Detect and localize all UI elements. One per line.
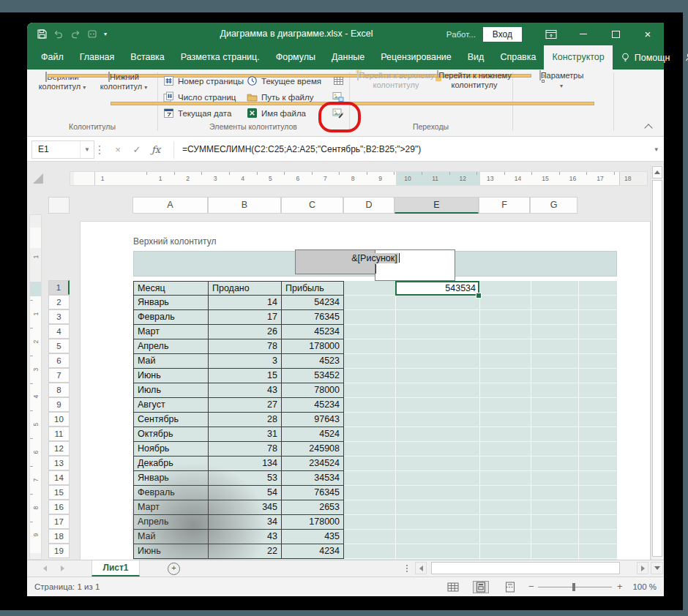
- redo-icon[interactable]: [70, 29, 81, 39]
- row-header-17[interactable]: 17: [48, 514, 70, 529]
- fill-handle[interactable]: [476, 293, 482, 298]
- table-cell[interactable]: 435: [282, 530, 344, 544]
- share-button[interactable]: Поделиться: [677, 45, 688, 70]
- select-all-corner[interactable]: [48, 197, 70, 214]
- next-sheet-button[interactable]: [61, 566, 64, 571]
- table-cell[interactable]: Февраль: [133, 486, 209, 500]
- table-cell[interactable]: Март: [133, 500, 209, 515]
- table-cell[interactable]: 2653: [282, 500, 344, 515]
- ribbon-display-options-button[interactable]: [535, 23, 567, 45]
- row-header-3[interactable]: 3: [48, 309, 70, 324]
- table-cell[interactable]: Март: [133, 325, 209, 339]
- row-header-8[interactable]: 8: [48, 383, 70, 397]
- table-cell[interactable]: 43: [209, 530, 282, 544]
- table-cell[interactable]: 53452: [282, 369, 344, 383]
- column-header-C[interactable]: C: [281, 197, 343, 214]
- table-cell[interactable]: Май: [133, 354, 209, 369]
- table-cell[interactable]: Февраль: [133, 310, 209, 325]
- cancel-icon[interactable]: ×: [109, 138, 127, 162]
- hscroll-drag-dots[interactable]: [406, 565, 408, 566]
- element-button-current-time[interactable]: Текущее время: [247, 74, 321, 88]
- table-cell[interactable]: 78: [209, 339, 282, 354]
- tab-Формулы[interactable]: Формулы: [268, 45, 324, 70]
- page-layout-view-button[interactable]: [473, 581, 489, 593]
- options-button[interactable]: Параметры ▾: [531, 71, 592, 122]
- element-button-file-name[interactable]: Имя файла: [247, 106, 321, 120]
- tab-Разметка страниц.[interactable]: Разметка страниц.: [173, 45, 268, 70]
- scroll-up-button[interactable]: [652, 166, 662, 179]
- formula-input[interactable]: =СУММЕСЛИМН(C2:C25;A2:A25;"Сентябрь";B2:…: [182, 138, 421, 162]
- table-header-cell[interactable]: Продано: [209, 281, 282, 296]
- goto-footer-button[interactable]: Перейти к нижнему колонтитулу: [437, 71, 512, 122]
- table-cell[interactable]: Ноябрь: [133, 442, 209, 457]
- selected-cell-E1[interactable]: 543534: [395, 281, 479, 296]
- table-cell[interactable]: 3: [209, 354, 282, 369]
- close-button[interactable]: ×: [632, 23, 664, 45]
- zoom-slider-thumb[interactable]: [572, 583, 575, 591]
- table-cell[interactable]: Апрель: [133, 339, 209, 354]
- table-cell[interactable]: 26: [209, 325, 282, 339]
- table-cell[interactable]: 34534: [282, 471, 344, 486]
- tab-Вставка[interactable]: Вставка: [122, 45, 172, 70]
- table-cell[interactable]: Сентябрь: [133, 413, 209, 427]
- table-cell[interactable]: 31: [209, 427, 282, 442]
- row-header-14[interactable]: 14: [48, 470, 70, 485]
- table-cell[interactable]: 54234: [282, 296, 344, 310]
- touch-mode-icon[interactable]: [87, 29, 97, 39]
- table-cell[interactable]: 27: [209, 398, 282, 413]
- vertical-ruler[interactable]: 1123456789: [29, 214, 42, 560]
- row-header-9[interactable]: 9: [48, 397, 70, 412]
- table-cell[interactable]: 76345: [282, 310, 344, 325]
- scroll-right-button[interactable]: [637, 562, 648, 574]
- row-header-7[interactable]: 7: [48, 368, 70, 383]
- insert-function-icon[interactable]: ƒx: [147, 138, 165, 162]
- tab-Главная[interactable]: Главная: [72, 45, 123, 70]
- tab-Файл[interactable]: Файл: [33, 45, 72, 70]
- table-cell[interactable]: 22: [209, 544, 282, 559]
- account-name[interactable]: Работ...: [446, 30, 476, 39]
- sheet-name-button[interactable]: [330, 74, 346, 88]
- row-header-6[interactable]: 6: [48, 353, 70, 368]
- row-header-4[interactable]: 4: [48, 324, 70, 339]
- table-cell[interactable]: 54: [209, 486, 282, 500]
- table-cell[interactable]: 15: [209, 369, 282, 383]
- column-header-F[interactable]: F: [479, 197, 530, 214]
- maximize-button[interactable]: [599, 23, 632, 45]
- tab-Вид[interactable]: Вид: [460, 45, 493, 70]
- collapse-ribbon-button[interactable]: [646, 125, 651, 131]
- table-cell[interactable]: Январь: [133, 296, 209, 310]
- column-header-B[interactable]: B: [208, 197, 281, 214]
- footer-button[interactable]: Нижний колонтитул ▾: [93, 72, 154, 119]
- element-button-file-path[interactable]: Путь к файлу: [247, 90, 321, 104]
- table-cell[interactable]: 4234: [282, 544, 344, 559]
- table-cell[interactable]: 45234: [282, 398, 344, 413]
- table-cell[interactable]: Май: [133, 530, 209, 544]
- zoom-level[interactable]: 100 %: [627, 577, 657, 596]
- expand-formula-bar-icon[interactable]: ▾: [654, 138, 658, 162]
- row-header-13[interactable]: 13: [48, 456, 70, 470]
- table-cell[interactable]: Июль: [133, 383, 209, 398]
- table-cell[interactable]: 14: [209, 296, 282, 310]
- page-break-view-button[interactable]: [502, 581, 518, 593]
- table-cell[interactable]: Декабрь: [133, 457, 209, 471]
- row-header-18[interactable]: 18: [48, 529, 70, 544]
- formula-bar-drag-dots[interactable]: [99, 146, 100, 147]
- table-cell[interactable]: 17: [209, 310, 282, 325]
- table-cell[interactable]: Август: [133, 398, 209, 413]
- table-cell[interactable]: 178000: [282, 515, 344, 530]
- scroll-left-button[interactable]: [415, 562, 427, 574]
- name-box[interactable]: E1 ▼: [31, 140, 94, 159]
- sign-in-button[interactable]: Вход: [483, 27, 522, 42]
- row-header-19[interactable]: 19: [48, 544, 70, 558]
- table-header-cell[interactable]: Месяц: [133, 281, 209, 296]
- sheet-tab-active[interactable]: Лист1: [91, 560, 140, 576]
- row-header-5[interactable]: 5: [48, 339, 70, 353]
- table-cell[interactable]: Июнь: [133, 544, 209, 559]
- table-cell[interactable]: 53: [209, 471, 282, 486]
- row-header-1[interactable]: 1: [48, 280, 70, 295]
- prev-sheet-button[interactable]: [43, 566, 47, 571]
- table-cell[interactable]: 78000: [282, 383, 344, 398]
- normal-view-button[interactable]: [445, 581, 461, 593]
- tab-Справка[interactable]: Справка: [492, 45, 544, 70]
- save-icon[interactable]: [37, 29, 47, 39]
